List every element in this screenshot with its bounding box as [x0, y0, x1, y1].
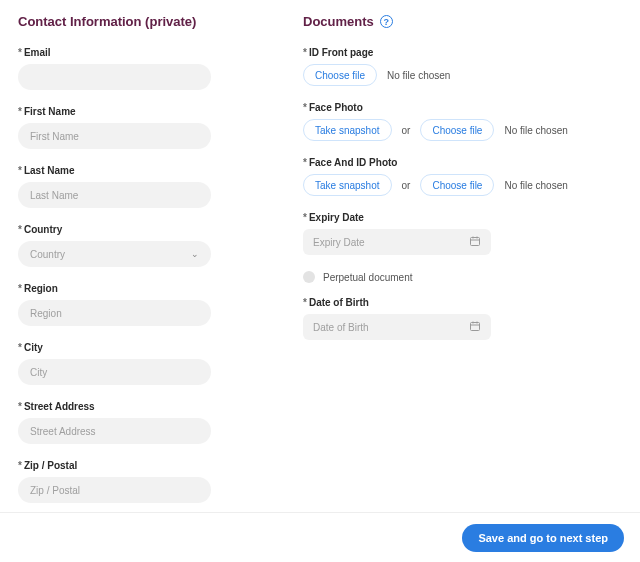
country-label: *Country: [18, 224, 253, 235]
street-field[interactable]: [18, 418, 211, 444]
face-and-id-no-file: No file chosen: [504, 180, 567, 191]
face-and-id-snapshot-button[interactable]: Take snapshot: [303, 174, 392, 196]
region-label: *Region: [18, 283, 253, 294]
expiry-label: *Expiry Date: [303, 212, 603, 223]
calendar-icon: [469, 235, 481, 249]
email-field[interactable]: [18, 64, 211, 90]
face-and-id-choose-file-button[interactable]: Choose file: [420, 174, 494, 196]
dob-placeholder: Date of Birth: [313, 322, 369, 333]
perpetual-label: Perpetual document: [323, 272, 413, 283]
chevron-down-icon: ⌄: [191, 249, 199, 259]
calendar-icon: [469, 320, 481, 334]
or-text: or: [402, 125, 411, 136]
street-label: *Street Address: [18, 401, 253, 412]
save-next-button[interactable]: Save and go to next step: [462, 524, 624, 552]
face-photo-no-file: No file chosen: [504, 125, 567, 136]
last-name-field[interactable]: [18, 182, 211, 208]
face-photo-snapshot-button[interactable]: Take snapshot: [303, 119, 392, 141]
dob-field[interactable]: Date of Birth: [303, 314, 491, 340]
radio-icon: [303, 271, 315, 283]
footer-bar: Save and go to next step: [0, 512, 640, 562]
contact-section-title: Contact Information (private): [18, 14, 253, 29]
country-select[interactable]: Country ⌄: [18, 241, 211, 267]
documents-section-title: Documents ?: [303, 14, 603, 29]
zip-label: *Zip / Postal: [18, 460, 253, 471]
city-field[interactable]: [18, 359, 211, 385]
svg-rect-0: [471, 238, 480, 246]
perpetual-radio[interactable]: Perpetual document: [303, 271, 603, 283]
id-front-label: *ID Front page: [303, 47, 603, 58]
face-and-id-label: *Face And ID Photo: [303, 157, 603, 168]
zip-field[interactable]: [18, 477, 211, 503]
last-name-label: *Last Name: [18, 165, 253, 176]
svg-rect-4: [471, 323, 480, 331]
country-select-placeholder: Country: [30, 249, 65, 260]
first-name-label: *First Name: [18, 106, 253, 117]
city-label: *City: [18, 342, 253, 353]
expiry-placeholder: Expiry Date: [313, 237, 365, 248]
face-photo-choose-file-button[interactable]: Choose file: [420, 119, 494, 141]
first-name-field[interactable]: [18, 123, 211, 149]
help-icon[interactable]: ?: [380, 15, 393, 28]
region-field[interactable]: [18, 300, 211, 326]
expiry-date-field[interactable]: Expiry Date: [303, 229, 491, 255]
email-label: *Email: [18, 47, 253, 58]
id-front-choose-file-button[interactable]: Choose file: [303, 64, 377, 86]
or-text-2: or: [402, 180, 411, 191]
dob-label: *Date of Birth: [303, 297, 603, 308]
id-front-no-file: No file chosen: [387, 70, 450, 81]
face-photo-label: *Face Photo: [303, 102, 603, 113]
